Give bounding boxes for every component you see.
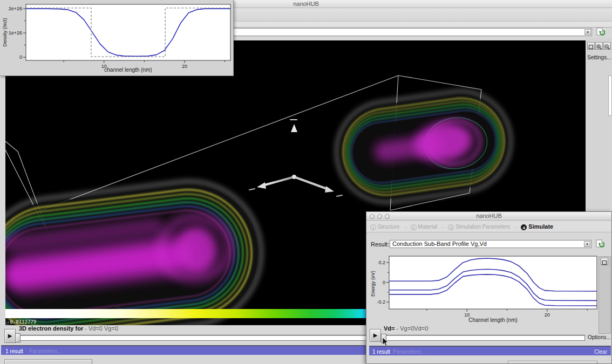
main-result-count: 1 result	[5, 348, 23, 354]
sim-result-count: 1 result	[372, 349, 390, 355]
breadcrumb-structure[interactable]: 1Structure	[370, 224, 403, 230]
sim-window-title: nanoHUB	[476, 212, 502, 219]
zoom-in-button[interactable]	[595, 42, 603, 50]
energy-chart-ylabel: Energy (eV)	[370, 257, 377, 311]
main-window-title: nanoHUB	[293, 1, 319, 7]
result-label: Result:	[371, 241, 389, 248]
main-frame-slider-handle[interactable]	[15, 333, 21, 342]
sim-result-combobox-value: Conduction Sub-Band Profile Vg,Vd	[390, 241, 582, 248]
svg-text:20: 20	[545, 312, 550, 318]
sim-player-label: Vd= - Vg=0Vd=0	[384, 325, 428, 332]
breadcrumb-simulation-parameters[interactable]: 3Simulation Parameters	[448, 224, 513, 230]
chart-maximize-button[interactable]	[601, 258, 608, 265]
density-profile-chart: 102001e+262e+26channel length (nm)	[0, 0, 234, 76]
sim-parameters-link[interactable]: Parameters...	[393, 349, 425, 355]
square-icon	[601, 259, 608, 266]
mouse-cursor	[382, 337, 389, 346]
main-play-button[interactable]: ▶	[4, 329, 16, 343]
window-edge-sliver	[608, 75, 612, 116]
svg-text:2e+26: 2e+26	[9, 6, 22, 11]
breadcrumb-arrow-icon: →	[513, 224, 518, 230]
vd-slider-track[interactable]	[381, 335, 585, 341]
zoom-in-icon	[596, 44, 602, 50]
sim-result-combobox[interactable]: Conduction Sub-Band Profile Vg,Vd ▼	[390, 240, 591, 248]
settings-button[interactable]: Settings...	[587, 54, 611, 60]
svg-text:1e+26: 1e+26	[9, 30, 22, 36]
svg-text:20: 20	[182, 64, 187, 69]
svg-text:0: 0	[383, 280, 385, 285]
sim-results-bar: 1 result Parameters... Clear	[369, 346, 611, 355]
options-button[interactable]: Options...	[588, 334, 611, 340]
svg-text:0.2: 0.2	[378, 260, 385, 265]
right-density-lobe	[330, 85, 518, 208]
simulate-window: nanoHUB 1Structure→2Material→3Simulation…	[366, 211, 612, 364]
density-profile-popup: 102001e+262e+26channel length (nm) Densi…	[0, 0, 234, 76]
main-parameters-link[interactable]: Parameters...	[29, 348, 62, 354]
breadcrumb-arrow-icon: →	[403, 224, 408, 230]
sim-export-result-icon[interactable]	[595, 239, 604, 248]
sim-window-titlebar: nanoHUB	[366, 212, 611, 221]
sim-play-button[interactable]: ▶	[370, 329, 381, 342]
window-close-button[interactable]	[370, 214, 375, 219]
svg-text:Channel length (nm): Channel length (nm)	[468, 317, 518, 323]
sim-bottom-partial-button[interactable]	[508, 361, 597, 364]
play-icon: ▶	[373, 332, 378, 338]
desktop: nanoHUB ▼	[0, 0, 612, 364]
square-icon	[588, 44, 594, 50]
colorbar-min-value: -0.0112779	[7, 319, 36, 325]
window-maximize-button[interactable]	[385, 214, 390, 219]
play-icon: ▶	[8, 333, 12, 339]
window-minimize-button[interactable]	[377, 214, 382, 219]
export-result-icon[interactable]	[596, 28, 605, 36]
chart-side-strip	[599, 256, 611, 334]
wizard-breadcrumb: 1Structure→2Material→3Simulation Paramet…	[366, 221, 611, 232]
svg-text:0: 0	[19, 54, 22, 60]
svg-text:-0.2: -0.2	[377, 299, 385, 305]
zoom-out-icon	[604, 44, 610, 50]
left-density-lobe	[5, 173, 269, 325]
breadcrumb-simulate[interactable]: 4Simulate	[521, 224, 556, 230]
breadcrumb-material[interactable]: 2Material	[411, 224, 440, 230]
energy-profile-chart: 1020-0.200.2Channel length (nm)	[370, 253, 605, 326]
main-player-label: 3D electron density for - Vd=0 Vg=0	[19, 325, 118, 332]
reset-view-button[interactable]	[587, 42, 595, 50]
density-chart-ylabel: Density (/m3)	[2, 5, 9, 59]
main-result-combobox-arrow[interactable]: ▼	[584, 29, 591, 35]
zoom-out-button[interactable]	[603, 42, 611, 50]
main-bottom-partial-button[interactable]	[4, 359, 92, 364]
sim-result-combobox-arrow[interactable]: ▼	[584, 241, 590, 247]
svg-text:channel length (nm): channel length (nm)	[104, 67, 152, 73]
axes-indicator	[249, 120, 342, 196]
clear-button[interactable]: Clear	[594, 349, 607, 355]
breadcrumb-arrow-icon: →	[440, 224, 445, 230]
